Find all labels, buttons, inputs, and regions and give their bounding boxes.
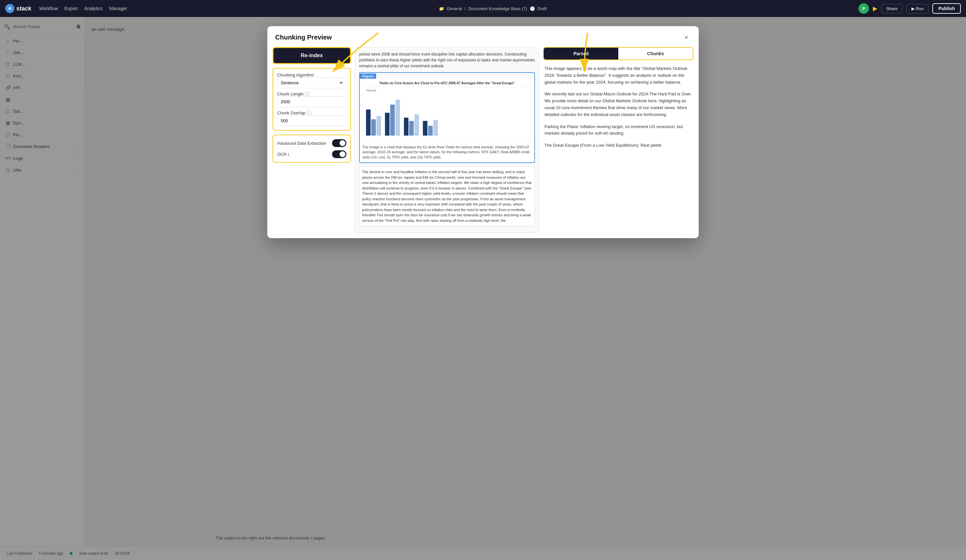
chart-group-4: [423, 120, 438, 136]
run-button[interactable]: ▶ Run: [907, 4, 929, 13]
chunk-overlap-info-icon[interactable]: i: [307, 111, 311, 115]
chunk-length-info-icon[interactable]: i: [305, 92, 309, 96]
nav-export[interactable]: Export: [64, 6, 77, 11]
doc-text-2: The decline in core and headline inflati…: [359, 166, 535, 226]
chart-bar: [366, 110, 371, 136]
chart-area: Percent: [362, 87, 532, 139]
publish-button[interactable]: Publish: [932, 3, 961, 14]
ocr-info-icon[interactable]: i: [288, 152, 289, 157]
reindex-button[interactable]: Re-index: [273, 47, 351, 64]
tab-parsed[interactable]: Parsed: [544, 48, 618, 59]
logo-text: stack: [16, 5, 31, 12]
chunking-algorithm-label: Chunking Algorithm: [277, 72, 347, 77]
right-panel: Parsed Chunks This image appears to be a…: [543, 47, 693, 233]
chart-bar: [385, 113, 389, 136]
chart-group-3: [404, 114, 419, 136]
chart-bar: [409, 121, 414, 136]
doc-caption: The image is a chart that displays the E…: [360, 142, 534, 163]
chunk-length-field: Chunk Length i: [277, 92, 347, 107]
cursor-icon: ▶: [873, 5, 877, 12]
share-button[interactable]: Share: [881, 4, 903, 13]
logo-icon: ⊕: [5, 4, 15, 13]
chart-bar: [390, 105, 395, 136]
breadcrumb-status-icon: 🕐: [530, 6, 535, 11]
breadcrumb: 📁 General / Document Knowledge Base (7) …: [135, 6, 851, 11]
chunking-preview-modal: Chunking Preview × Re-index Chunking Alg…: [267, 26, 699, 238]
ocr-toggle[interactable]: [332, 150, 347, 158]
chart-bar: [428, 126, 433, 136]
figure-content: Yields on Core Assets Are Close to Pre-G…: [360, 79, 534, 142]
chunk-length-input[interactable]: [277, 96, 347, 107]
tab-chunks[interactable]: Chunks: [618, 48, 693, 59]
nav-menu: Workflow Export Analytics Manager: [39, 6, 127, 11]
advanced-extraction-toggle-row: Advanced Data Extraction: [277, 139, 347, 147]
extraction-settings-box: Advanced Data Extraction OCR i: [273, 135, 351, 163]
chart-bar: [423, 121, 427, 136]
parsed-paragraph-3: Parking the Plane: Inflation nearing tar…: [544, 123, 692, 137]
nav-workflow[interactable]: Workflow: [39, 6, 58, 11]
doc-text-1: period since 2008 and should force more …: [359, 51, 535, 69]
chart-bar: [376, 116, 381, 136]
nav-analytics[interactable]: Analytics: [84, 6, 103, 11]
chunk-overlap-field: Chunk Overlap i: [277, 110, 347, 126]
chart-title: Yields on Core Assets Are Close to Pre-G…: [362, 81, 532, 85]
navbar: ⊕ stack Workflow Export Analytics Manage…: [0, 0, 966, 17]
run-icon: ▶: [912, 6, 915, 11]
chart-group-1: [366, 110, 381, 136]
doc-figure-box: Figure Yields on Core Assets Are Close t…: [359, 72, 535, 163]
breadcrumb-folder[interactable]: General: [447, 6, 462, 11]
advanced-extraction-toggle[interactable]: [332, 139, 347, 147]
breadcrumb-document[interactable]: Document Knowledge Base (7): [468, 6, 527, 11]
chart-bar: [414, 114, 419, 136]
parsed-content: This image appears to be a world map wit…: [543, 64, 693, 233]
parsed-paragraph-4: The Great Escape (From a Low-Yield Equil…: [544, 142, 692, 149]
chunk-overlap-label: Chunk Overlap i: [277, 110, 347, 115]
nav-manager[interactable]: Manager: [109, 6, 127, 11]
chart-bar: [404, 118, 409, 136]
ocr-toggle-row: OCR i: [277, 150, 347, 158]
chunk-overlap-input[interactable]: [277, 115, 347, 126]
breadcrumb-status: Draft: [537, 6, 547, 11]
modal-close-button[interactable]: ×: [682, 33, 691, 42]
parsed-paragraph-2: We recently laid out our Global Macro Ou…: [544, 91, 692, 118]
chunking-algorithm-field: Chunking Algorithm Sentence: [277, 72, 347, 88]
chart-y-label: Percent: [366, 89, 376, 92]
document-preview-panel[interactable]: period since 2008 and should force more …: [355, 47, 539, 233]
chunking-settings-box: Chunking Algorithm Sentence Chunk Length…: [273, 68, 351, 131]
advanced-extraction-label: Advanced Data Extraction: [277, 141, 326, 146]
chart-group-2: [385, 100, 400, 136]
breadcrumb-folder-icon: 📁: [439, 6, 444, 11]
left-panel: Re-index Chunking Algorithm Sentence Chu…: [273, 47, 351, 233]
chunk-length-label: Chunk Length i: [277, 92, 347, 96]
logo: ⊕ stack: [5, 4, 31, 13]
chart-bar: [433, 120, 438, 136]
parsed-paragraph-1: This image appears to be a world map wit…: [544, 65, 692, 85]
modal-title: Chunking Preview: [275, 34, 332, 41]
chart-bar: [371, 119, 376, 136]
chunking-algorithm-select[interactable]: Sentence: [277, 77, 347, 88]
tabs-row: Parsed Chunks: [543, 47, 693, 60]
modal-header: Chunking Preview ×: [267, 26, 699, 42]
chart-bar: [396, 100, 400, 136]
ocr-label: OCR i: [277, 152, 289, 157]
navbar-right: P ▶ Share ▶ Run Publish: [859, 3, 961, 14]
figure-label: Figure: [360, 74, 376, 79]
avatar: P: [859, 3, 869, 14]
modal-body: Re-index Chunking Algorithm Sentence Chu…: [267, 42, 699, 238]
